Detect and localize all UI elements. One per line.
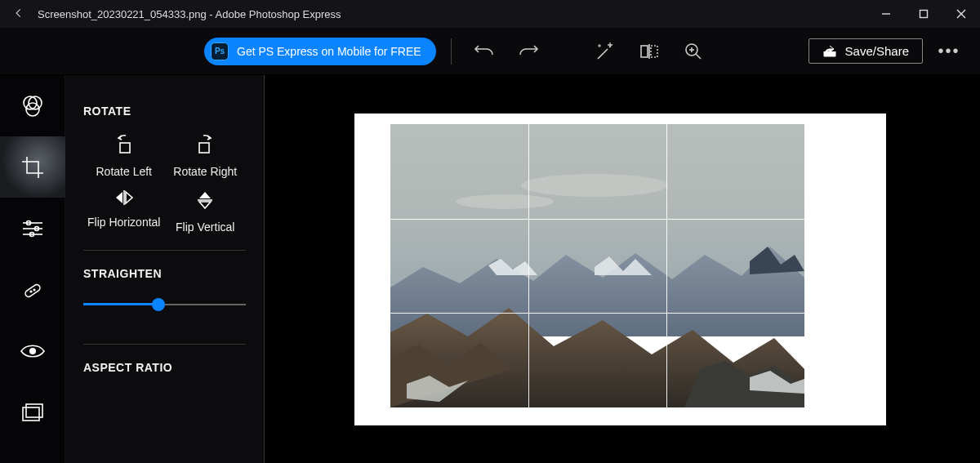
ps-icon: Ps [211,42,229,60]
save-share-label: Save/Share [845,44,909,58]
undo-button[interactable] [466,35,502,68]
svg-rect-25 [26,404,42,417]
rotate-right-label: Rotate Right [173,165,237,178]
grid-line [390,313,804,314]
zoom-button[interactable] [675,35,711,68]
compare-button[interactable] [631,35,667,68]
crop-handle-tr[interactable] [795,114,813,131]
window-controls [867,0,980,28]
appbar: Ps Get PS Express on Mobile for FREE Sav… [0,28,980,75]
svg-point-21 [30,291,32,292]
tool-borders[interactable] [0,381,65,443]
flip-vertical-label: Flip Vertical [176,220,234,234]
svg-rect-4 [641,46,648,57]
venn-icon [20,93,46,119]
redo-button[interactable] [510,35,546,68]
promo-pill[interactable]: Ps Get PS Express on Mobile for FREE [204,38,436,65]
flip-horizontal-label: Flip Horizontal [87,216,160,229]
close-button[interactable] [942,0,980,28]
aspect-ratio-section-title: ASPECT RATIO [83,361,246,374]
tool-crop[interactable] [0,136,65,198]
more-button[interactable]: ••• [931,42,967,60]
flip-vertical-icon [197,189,213,211]
crop-handle-br[interactable] [795,401,813,419]
tool-heal[interactable] [0,259,65,320]
tool-adjust[interactable] [0,75,65,136]
svg-line-8 [696,54,701,59]
flip-horizontal-icon [114,189,135,206]
svg-rect-26 [120,143,130,153]
rotate-left-button[interactable]: Rotate Left [83,134,165,178]
crop-panel: ROTATE Rotate Left Rotate Right Flip Hor… [65,75,265,463]
svg-point-32 [456,194,554,209]
minimize-button[interactable] [867,0,905,28]
back-button[interactable] [5,7,33,21]
grid-line [390,219,804,220]
svg-rect-24 [23,407,39,421]
flip-horizontal-button[interactable]: Flip Horizontal [83,189,165,234]
photo-content [390,124,804,407]
window-title: Screenshot_20230221_054333.png - Adobe P… [33,8,341,20]
rotate-left-label: Rotate Left [96,165,153,178]
sliders-icon [20,218,45,239]
save-share-button[interactable]: Save/Share [808,38,923,64]
titlebar: Screenshot_20230221_054333.png - Adobe P… [0,0,980,28]
crop-handle-tl[interactable] [380,114,398,131]
tool-sliders[interactable] [0,198,65,259]
promo-label: Get PS Express on Mobile for FREE [237,45,421,58]
rotate-right-icon [195,134,215,155]
tool-redeye[interactable] [0,320,65,381]
svg-rect-5 [651,46,657,57]
svg-rect-30 [390,124,804,287]
crop-icon [20,155,45,180]
crop-frame[interactable] [354,114,886,425]
panel-divider [83,344,246,345]
auto-enhance-button[interactable] [587,35,623,68]
svg-point-31 [521,174,668,197]
svg-rect-1 [920,11,928,18]
svg-point-22 [33,289,35,291]
svg-rect-27 [199,143,209,153]
rotate-right-button[interactable]: Rotate Right [165,134,247,178]
straighten-section-title: STRAIGHTEN [83,267,246,280]
grid-line [528,124,529,407]
crop-handle-bl[interactable] [380,401,398,419]
svg-point-23 [29,348,36,354]
straighten-slider[interactable] [83,296,246,313]
eye-icon [20,342,46,360]
image-preview[interactable] [390,124,804,407]
tool-rail [0,75,65,463]
flip-vertical-button[interactable]: Flip Vertical [165,189,247,234]
bandage-icon [20,278,45,302]
frames-icon [21,403,44,422]
rotate-left-icon [114,134,134,155]
separator [451,38,452,65]
share-icon [822,45,837,58]
maximize-button[interactable] [905,0,942,28]
svg-rect-20 [24,283,41,297]
canvas-area[interactable] [265,75,980,463]
panel-divider [83,250,246,251]
grid-line [666,124,667,407]
rotate-section-title: ROTATE [83,105,246,118]
